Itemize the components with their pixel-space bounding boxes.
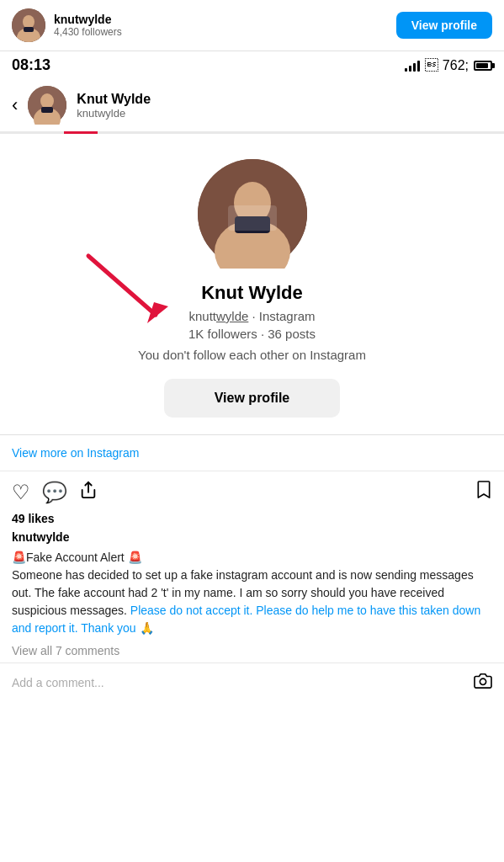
profile-card-avatar bbox=[198, 159, 307, 269]
avatar-image bbox=[12, 8, 45, 42]
profile-card: Knut Wylde knuttwylde · Instagram 1K fol… bbox=[0, 134, 504, 435]
profile-card-follow-status: You don't follow each other on Instagram bbox=[138, 348, 366, 362]
wifi-icon:  762; bbox=[425, 58, 469, 73]
battery-icon bbox=[474, 61, 492, 71]
profile-card-avatar-image bbox=[198, 159, 307, 269]
top-bar-left: knutwylde 4,430 followers bbox=[12, 8, 122, 42]
svg-rect-3 bbox=[24, 27, 34, 32]
nav-avatar-image bbox=[28, 86, 66, 125]
post-caption: 🚨Fake Account Alert 🚨 Someone has decide… bbox=[0, 545, 504, 642]
highlight-please1: Please do not accept it. bbox=[130, 604, 253, 617]
back-button[interactable]: ‹ bbox=[12, 94, 18, 116]
profile-card-stats: 1K followers · 36 posts bbox=[188, 327, 316, 341]
handle-underline: wylde bbox=[216, 309, 248, 323]
top-bar-info: knutwylde 4,430 followers bbox=[54, 13, 122, 38]
top-bar-followers: 4,430 followers bbox=[54, 26, 122, 38]
camera-icon[interactable] bbox=[474, 672, 492, 693]
post-username[interactable]: knutwylde bbox=[0, 529, 504, 545]
svg-point-5 bbox=[40, 93, 54, 109]
post-actions-left: ♡ 💬 bbox=[12, 481, 98, 504]
profile-card-name: Knut Wylde bbox=[201, 282, 303, 304]
likes-row: 49 likes bbox=[0, 510, 504, 529]
view-profile-button-card[interactable]: View profile bbox=[164, 379, 341, 418]
top-bar-username: knutwylde bbox=[54, 13, 122, 26]
view-profile-button-top[interactable]: View profile bbox=[396, 12, 492, 39]
view-comments[interactable]: View all 7 comments bbox=[0, 642, 504, 662]
nav-avatar bbox=[28, 86, 66, 125]
profile-card-handle: knuttwylde · Instagram bbox=[188, 309, 315, 323]
svg-rect-7 bbox=[41, 107, 53, 113]
svg-line-8 bbox=[88, 256, 156, 315]
caption-alert-line: 🚨Fake Account Alert 🚨 bbox=[12, 549, 492, 567]
bookmark-icon[interactable] bbox=[475, 480, 492, 505]
platform-label: · Instagram bbox=[252, 309, 316, 323]
view-more-link[interactable]: View more on Instagram bbox=[12, 446, 139, 460]
add-comment-placeholder[interactable]: Add a comment... bbox=[12, 676, 104, 689]
top-bar: knutwylde 4,430 followers View profile bbox=[0, 0, 504, 51]
nav-user-info: Knut Wylde knutwylde bbox=[77, 92, 151, 120]
caption-body: Someone has decided to set up a fake ins… bbox=[12, 567, 492, 637]
handle-prefix: knutt bbox=[188, 309, 216, 323]
view-more-section: View more on Instagram bbox=[0, 435, 504, 471]
status-time: 08:13 bbox=[12, 56, 50, 74]
status-bar: 08:13  762; bbox=[0, 51, 504, 79]
comment-icon[interactable]: 💬 bbox=[42, 481, 67, 504]
red-arrow-icon bbox=[80, 247, 181, 332]
like-icon[interactable]: ♡ bbox=[12, 481, 30, 504]
nav-handle: knutwylde bbox=[77, 107, 151, 120]
top-bar-avatar bbox=[12, 8, 45, 42]
post-actions: ♡ 💬 bbox=[0, 471, 504, 510]
add-comment-bar: Add a comment... bbox=[0, 662, 504, 701]
svg-point-16 bbox=[480, 678, 485, 684]
nav-name: Knut Wylde bbox=[77, 92, 151, 107]
share-icon[interactable] bbox=[79, 481, 98, 504]
svg-point-1 bbox=[23, 15, 34, 29]
signal-bars-icon bbox=[405, 60, 420, 72]
nav-bar: ‹ Knut Wylde knutwylde bbox=[0, 79, 504, 134]
highlight-thankyou: Thank you bbox=[81, 621, 135, 635]
svg-rect-14 bbox=[228, 205, 277, 231]
status-icons:  762; bbox=[405, 58, 492, 73]
